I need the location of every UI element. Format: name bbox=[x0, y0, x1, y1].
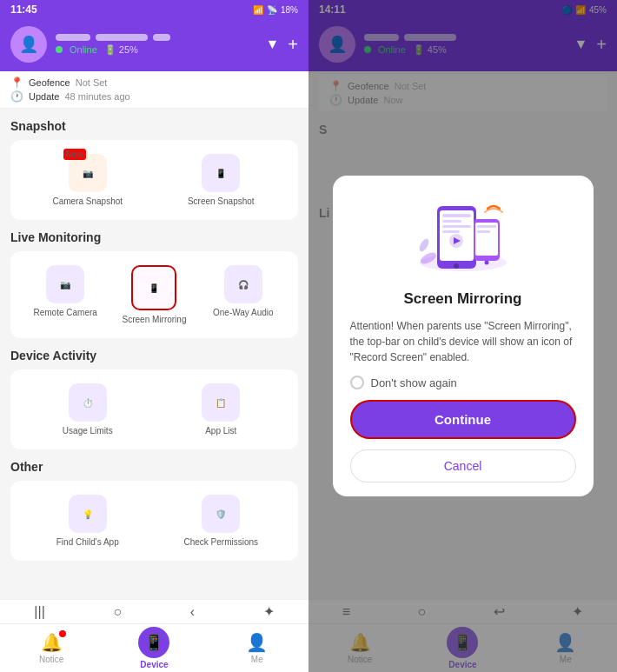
one-way-audio-icon: 🎧 bbox=[238, 280, 249, 289]
svg-rect-4 bbox=[442, 220, 461, 223]
live-monitoring-label: Live Monitoring bbox=[10, 230, 298, 244]
screen-snapshot-icon: 📱 bbox=[216, 169, 226, 178]
usage-limits-item[interactable]: ⏱️ Usage Limits bbox=[21, 380, 155, 439]
check-permissions-label: Check Permissions bbox=[183, 537, 258, 547]
modal-description: Attention! When parents use "Screen Mirr… bbox=[350, 318, 576, 365]
modal-title: Screen Mirroring bbox=[403, 290, 521, 308]
online-text-left: Online bbox=[70, 44, 97, 55]
notice-label-left: Notice bbox=[39, 655, 63, 664]
remote-camera-icon: 📷 bbox=[60, 280, 70, 289]
screen-snapshot-item[interactable]: 📱 Screen Snapshot bbox=[155, 150, 289, 210]
geofence-item-left: 📍 Geofence Not Set bbox=[10, 77, 298, 89]
header-actions-left: ▼ + bbox=[265, 35, 298, 55]
nav-device-left[interactable]: 📱 Device bbox=[103, 624, 205, 672]
usage-limits-label: Usage Limits bbox=[63, 426, 113, 436]
update-icon-left: 🕐 bbox=[10, 90, 23, 103]
dont-show-row: Don't show again bbox=[350, 376, 576, 389]
snapshot-card: 📷 New Camera Snapshot 📱 Screen Snapshot bbox=[10, 140, 298, 220]
dont-show-label: Don't show again bbox=[371, 376, 457, 389]
snapshot-grid: 📷 New Camera Snapshot 📱 Screen Snapshot bbox=[21, 150, 288, 210]
modal-overlay: Screen Mirroring Attention! When parents… bbox=[308, 0, 617, 672]
remote-camera-item[interactable]: 📷 Remote Camera bbox=[21, 262, 109, 328]
app-list-item[interactable]: 📋 App List bbox=[155, 380, 289, 439]
usage-limits-icon: ⏱️ bbox=[83, 398, 93, 408]
remote-camera-icon-box: 📷 bbox=[46, 265, 84, 303]
system-bar-left: ||| ○ ‹ ✦ bbox=[0, 599, 308, 623]
new-badge: New bbox=[63, 149, 87, 160]
usage-limits-icon-box: ⏱️ bbox=[69, 383, 107, 422]
app-list-label: App List bbox=[205, 426, 236, 436]
live-monitoring-grid: 📷 Remote Camera 📱 Screen Mirroring 🎧 One… bbox=[21, 262, 288, 328]
camera-snapshot-wrap: 📷 New bbox=[69, 154, 107, 192]
camera-snapshot-item[interactable]: 📷 New Camera Snapshot bbox=[21, 150, 155, 210]
check-permissions-item[interactable]: 🛡️ Check Permissions bbox=[155, 491, 289, 550]
wifi-icon: 📶 bbox=[253, 5, 263, 15]
find-childs-app-icon: 💡 bbox=[83, 509, 93, 519]
header-status-left: Online 🔋 25% bbox=[56, 44, 256, 56]
accessibility-btn-left[interactable]: ✦ bbox=[263, 603, 275, 620]
device-activity-card: ⏱️ Usage Limits 📋 App List bbox=[10, 369, 298, 449]
screen-mirroring-illustration bbox=[411, 193, 515, 280]
screen-snapshot-label: Screen Snapshot bbox=[188, 196, 255, 206]
device-activity-label: Device Activity bbox=[10, 349, 298, 363]
status-bar-left: 11:45 📶 📡 18% bbox=[0, 0, 308, 19]
screen-mirroring-item[interactable]: 📱 Screen Mirroring bbox=[109, 262, 198, 328]
online-dot-left bbox=[56, 46, 63, 53]
svg-point-16 bbox=[417, 237, 430, 253]
find-childs-app-icon-box: 💡 bbox=[69, 495, 107, 533]
status-icons-left: 📶 📡 18% bbox=[253, 5, 298, 15]
header-left: 👤 Online 🔋 25% ▼ + bbox=[0, 19, 308, 71]
dont-show-radio[interactable] bbox=[350, 376, 364, 389]
battery-left: 18% bbox=[281, 5, 298, 15]
nav-notice-left[interactable]: 🔔 Notice bbox=[0, 624, 103, 672]
info-bar-left: 📍 Geofence Not Set 🕐 Update 48 minutes a… bbox=[0, 71, 308, 109]
screen-mirroring-icon-box: 📱 bbox=[131, 265, 176, 310]
svg-rect-11 bbox=[477, 230, 490, 233]
home-btn-left[interactable]: ○ bbox=[113, 604, 122, 620]
time-left: 11:45 bbox=[10, 3, 37, 16]
back-btn-left[interactable]: ||| bbox=[34, 604, 44, 620]
update-item-left: 🕐 Update 48 minutes ago bbox=[10, 90, 298, 103]
add-button-left[interactable]: + bbox=[288, 35, 298, 55]
geofence-icon-left: 📍 bbox=[10, 77, 23, 89]
username-block2 bbox=[96, 34, 148, 41]
recents-btn-left[interactable]: ‹ bbox=[190, 604, 195, 620]
find-childs-app-label: Find Child's App bbox=[56, 537, 119, 547]
camera-snapshot-label: Camera Snapshot bbox=[52, 196, 123, 206]
screen-mirroring-icon: 📱 bbox=[149, 283, 159, 293]
dropdown-icon-left[interactable]: ▼ bbox=[265, 37, 279, 52]
notice-badge-left bbox=[59, 630, 66, 637]
one-way-audio-item[interactable]: 🎧 One-Way Audio bbox=[199, 262, 288, 328]
check-permissions-icon-box: 🛡️ bbox=[202, 495, 240, 533]
screen-mirroring-label: Screen Mirroring bbox=[123, 315, 187, 324]
cancel-button[interactable]: Cancel bbox=[350, 449, 576, 482]
avatar-left: 👤 bbox=[10, 26, 47, 63]
nav-me-left[interactable]: 👤 Me bbox=[206, 624, 308, 672]
notice-bell-wrap: 🔔 bbox=[41, 632, 63, 653]
me-icon-left: 👤 bbox=[246, 632, 268, 653]
me-label-left: Me bbox=[251, 655, 263, 664]
battery-info-left: 🔋 25% bbox=[104, 44, 138, 56]
one-way-audio-label: One-Way Audio bbox=[213, 308, 274, 317]
continue-button[interactable]: Continue bbox=[350, 400, 576, 439]
device-nav-circle-left: 📱 bbox=[138, 627, 169, 658]
screen-mirroring-modal: Screen Mirroring Attention! When parents… bbox=[333, 176, 594, 496]
other-label-left: Other bbox=[10, 460, 298, 474]
other-grid-left: 💡 Find Child's App 🛡️ Check Permissions bbox=[21, 491, 288, 550]
battery-icon-left: 🔋 bbox=[104, 44, 116, 56]
svg-rect-5 bbox=[442, 225, 471, 228]
app-list-icon: 📋 bbox=[216, 398, 226, 408]
device-nav-icon-left: 📱 bbox=[144, 633, 163, 652]
username-block3 bbox=[153, 34, 170, 41]
one-way-audio-icon-box: 🎧 bbox=[224, 265, 262, 303]
left-panel: 11:45 📶 📡 18% 👤 Online 🔋 25% bbox=[0, 0, 308, 672]
bottom-nav-left: 🔔 Notice 📱 Device 👤 Me bbox=[0, 623, 308, 672]
check-permissions-icon: 🛡️ bbox=[216, 509, 226, 519]
find-childs-app-item[interactable]: 💡 Find Child's App bbox=[21, 491, 155, 550]
user-info-left: Online 🔋 25% bbox=[56, 34, 256, 56]
other-card-left: 💡 Find Child's App 🛡️ Check Permissions bbox=[10, 481, 298, 561]
svg-rect-3 bbox=[442, 214, 471, 217]
modal-illustration bbox=[411, 193, 515, 280]
app-list-icon-box: 📋 bbox=[202, 383, 240, 422]
username-row bbox=[56, 34, 256, 41]
